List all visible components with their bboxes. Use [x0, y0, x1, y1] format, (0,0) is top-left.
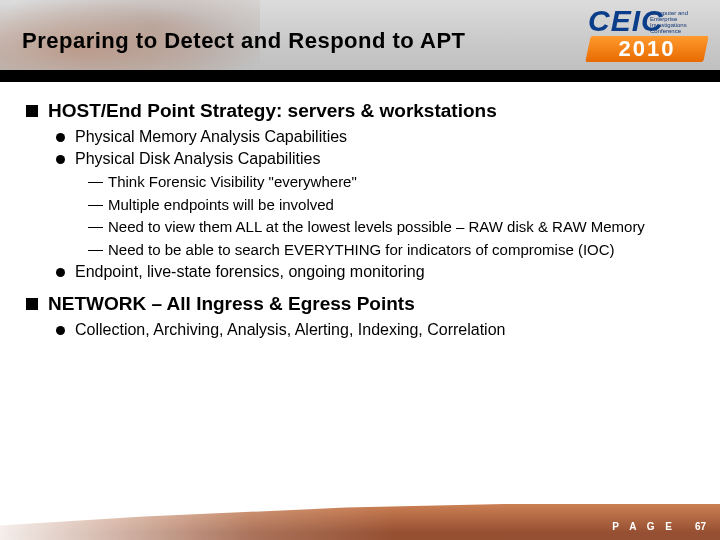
- disc-bullet-icon: [56, 133, 65, 142]
- dash-bullet-icon: —: [88, 195, 102, 213]
- list-item: Physical Memory Analysis Capabilities: [56, 128, 694, 146]
- list-item-text: Physical Disk Analysis Capabilities: [75, 150, 320, 168]
- sub-list-item: — Need to view them ALL at the lowest le…: [88, 217, 694, 237]
- page-number: 67: [695, 521, 706, 532]
- list-item: Collection, Archiving, Analysis, Alertin…: [56, 321, 694, 339]
- sub-list-item-text: Need to view them ALL at the lowest leve…: [108, 217, 645, 237]
- list-item-text: Endpoint, live-state forensics, ongoing …: [75, 263, 425, 281]
- slide: Preparing to Detect and Respond to APT C…: [0, 0, 720, 540]
- dash-bullet-icon: —: [88, 217, 102, 235]
- list-item-text: Collection, Archiving, Analysis, Alertin…: [75, 321, 505, 339]
- section-title: NETWORK – All Ingress & Egress Points: [48, 293, 415, 315]
- disc-bullet-icon: [56, 268, 65, 277]
- dash-bullet-icon: —: [88, 240, 102, 258]
- footer: P A G E 67: [0, 504, 720, 540]
- disc-bullet-icon: [56, 155, 65, 164]
- list-item: Physical Disk Analysis Capabilities: [56, 150, 694, 168]
- sub-list-item: — Need to be able to search EVERYTHING f…: [88, 240, 694, 260]
- section-heading: NETWORK – All Ingress & Egress Points: [26, 293, 694, 315]
- slide-title: Preparing to Detect and Respond to APT: [22, 28, 466, 54]
- square-bullet-icon: [26, 105, 38, 117]
- sub-list-item-text: Need to be able to search EVERYTHING for…: [108, 240, 615, 260]
- dash-bullet-icon: —: [88, 172, 102, 190]
- sub-list-item: — Multiple endpoints will be involved: [88, 195, 694, 215]
- logo-year: 2010: [588, 36, 706, 62]
- logo-subtext: Computer and Enterprise Investigations C…: [650, 10, 708, 34]
- section-heading: HOST/End Point Strategy: servers & works…: [26, 100, 694, 122]
- spacer: [26, 285, 694, 293]
- conference-logo: Computer and Enterprise Investigations C…: [588, 4, 708, 74]
- content: HOST/End Point Strategy: servers & works…: [26, 100, 694, 343]
- list-item: Endpoint, live-state forensics, ongoing …: [56, 263, 694, 281]
- sub-list-item: — Think Forensic Visibility "everywhere": [88, 172, 694, 192]
- sub-list-item-text: Think Forensic Visibility "everywhere": [108, 172, 357, 192]
- section-title: HOST/End Point Strategy: servers & works…: [48, 100, 497, 122]
- square-bullet-icon: [26, 298, 38, 310]
- page-label: P A G E: [612, 521, 676, 532]
- list-item-text: Physical Memory Analysis Capabilities: [75, 128, 347, 146]
- logo-year-wrap: 2010: [588, 36, 706, 66]
- sub-list-item-text: Multiple endpoints will be involved: [108, 195, 334, 215]
- disc-bullet-icon: [56, 326, 65, 335]
